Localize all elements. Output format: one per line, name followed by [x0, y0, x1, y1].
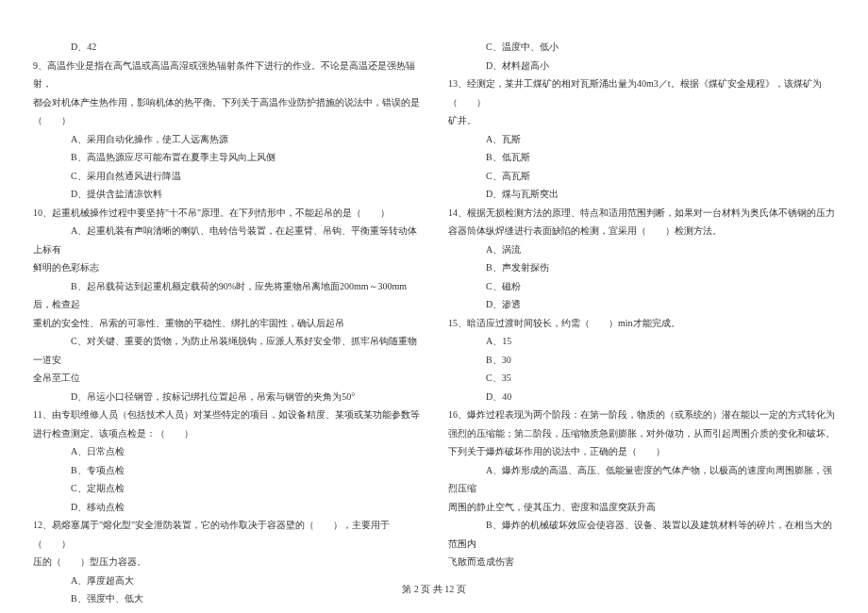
q10-option-b-line1: B、起吊载荷达到起重机额定载荷的90%时，应先将重物吊离地面200mm～300m… [33, 277, 420, 314]
q15-stem: 15、暗适应过渡时间较长，约需（ ）min才能完成。 [448, 314, 835, 333]
q13-option-b: B、低瓦斯 [448, 148, 835, 167]
q12-option-d: D、材料超高小 [448, 57, 835, 75]
q15-option-c: C、35 [448, 369, 835, 388]
q9-option-c: C、采用自然通风进行降温 [33, 167, 420, 186]
q14-option-a: A、涡流 [448, 240, 835, 259]
q10-option-d: D、吊运小口径钢管，按标记绑扎位置起吊，吊索与钢管的夹角为50° [33, 388, 420, 406]
q16-option-b-line1: B、爆炸的机械破坏效应会使容器、设备、装置以及建筑材料等的碎片，在相当大的范围内 [448, 516, 835, 553]
q9-option-d: D、提供含盐清凉饮料 [33, 185, 420, 204]
q15-option-a: A、15 [448, 332, 835, 351]
q13-option-d: D、煤与瓦斯突出 [448, 185, 835, 204]
q14-stem-line2: 容器筒体纵焊缝进行表面缺陷的检测，宜采用（ ）检测方法。 [448, 222, 835, 240]
q14-stem-line1: 14、根据无损检测方法的原理、特点和适用范围判断，如果对一台材料为奥氏体不锈钢的… [448, 204, 835, 223]
q11-option-b: B、专项点检 [33, 461, 420, 480]
q11-stem-line2: 进行检查测定。该项点检是：（ ） [33, 424, 420, 443]
page-content: D、42 9、高温作业是指在高气温或高温高湿或强热辐射条件下进行的作业。不论是高… [33, 38, 835, 566]
q13-stem-line1: 13、经测定，某井工煤矿的相对瓦斯涌出量为40m3／t。根据《煤矿安全规程》，该… [448, 75, 835, 111]
q12-option-c: C、温度中、低小 [448, 38, 835, 57]
q11-option-c: C、定期点检 [33, 479, 420, 498]
q13-option-a: A、瓦斯 [448, 130, 835, 149]
q9-stem-line2: 都会对机体产生热作用，影响机体的热平衡。下列关于高温作业防护措施的说法中，错误的… [33, 93, 420, 112]
q8-option-d: D、42 [33, 38, 420, 57]
q9-option-a: A、采用自动化操作，使工人远离热源 [33, 130, 420, 149]
q14-option-c: C、磁粉 [448, 277, 835, 296]
q9-stem-line1: 9、高温作业是指在高气温或高温高湿或强热辐射条件下进行的作业。不论是高温还是强热… [33, 57, 420, 93]
q16-stem-line1: 16、爆炸过程表现为两个阶段：在第一阶段，物质的（或系统的）潜在能以一定的方式转… [448, 406, 835, 424]
left-column: D、42 9、高温作业是指在高气温或高温高湿或强热辐射条件下进行的作业。不论是高… [33, 38, 420, 566]
q9-stem-line3: （ ） [33, 111, 420, 130]
q16-stem-line2: 强烈的压缩能；第二阶段，压缩物质急剧膨胀，对外做功，从而引起周围介质的变化和破坏… [448, 424, 835, 443]
q14-option-b: B、声发射探伤 [448, 258, 835, 277]
page-footer: 第 2 页 共 12 页 [0, 583, 868, 596]
q10-stem: 10、起重机械操作过程中要坚持"十不吊"原理。在下列情形中，不能起吊的是（ ） [33, 204, 420, 223]
q11-stem-line1: 11、由专职维修人员（包括技术人员）对某些特定的项目，如设备精度、某项或某功能参… [33, 406, 420, 424]
q15-option-d: D、40 [448, 388, 835, 406]
q16-option-a-line1: A、爆炸形成的高温、高压、低能量密度的气体产物，以极高的速度向周围膨胀，强烈压缩 [448, 461, 835, 498]
q11-option-d: D、移动点检 [33, 498, 420, 517]
q14-option-d: D、渗透 [448, 295, 835, 314]
q13-option-c: C、高瓦斯 [448, 167, 835, 186]
q10-option-a-line1: A、起重机装有声响清晰的喇叭、电铃信号装置，在起重臂、吊钩、平衡重等转动体上标有 [33, 222, 420, 258]
q12-stem-line1: 12、易熔塞属于"熔化型"安全泄防装置，它的动作取决于容器壁的（ ），主要用于（… [33, 516, 420, 553]
q10-option-a-line2: 鲜明的色彩标志 [33, 258, 420, 277]
q10-option-b-line2: 重机的安全性、吊索的可靠性、重物的平稳性、绑扎的牢固性，确认后起吊 [33, 314, 420, 333]
q16-option-a-line2: 周围的静止空气，使其压力、密度和温度突跃升高 [448, 498, 835, 517]
right-column: C、温度中、低小 D、材料超高小 13、经测定，某井工煤矿的相对瓦斯涌出量为40… [448, 38, 835, 566]
q12-stem-line2: 压的（ ）型压力容器。 [33, 553, 420, 572]
q11-option-a: A、日常点检 [33, 442, 420, 461]
q16-option-b-line2: 飞散而造成伤害 [448, 553, 835, 572]
q13-stem-line2: 矿井。 [448, 111, 835, 130]
q10-option-c-line1: C、对关键、重要的货物，为防止吊装绳脱钩，应派人系好安全带、抓牢吊钩随重物一道安 [33, 332, 420, 369]
q9-option-b: B、高温热源应尽可能布置在夏季主导风向上风侧 [33, 148, 420, 167]
q16-stem-line3: 下列关于爆炸破坏作用的说法中，正确的是（ ） [448, 442, 835, 461]
q10-option-c-line2: 全吊至工位 [33, 369, 420, 388]
q15-option-b: B、30 [448, 351, 835, 370]
